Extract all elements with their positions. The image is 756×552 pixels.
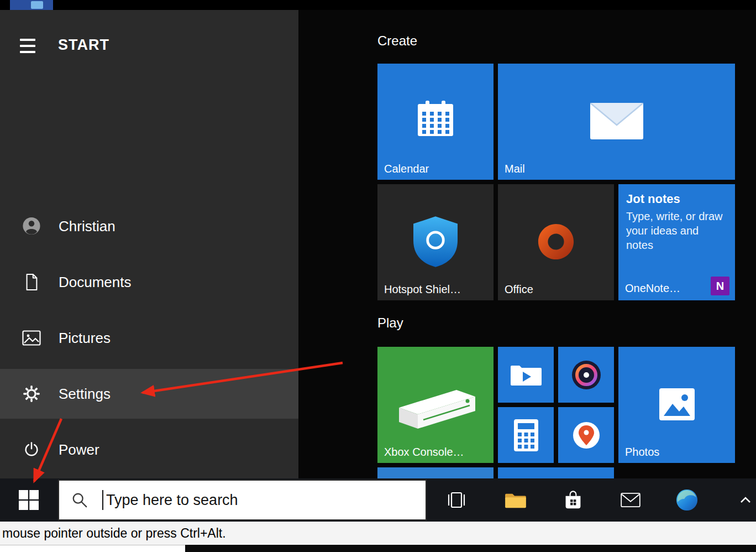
tile-label: OneNote…: [625, 282, 680, 295]
edge-button[interactable]: [671, 478, 702, 522]
sidebar-item-documents[interactable]: Documents: [0, 257, 298, 307]
music-disc-icon: [571, 360, 602, 390]
mail-taskbar-icon: [620, 492, 641, 508]
background-window-fragment: [0, 0, 756, 10]
taskbar-search-box[interactable]: [58, 480, 427, 520]
windows-logo-icon: [19, 490, 39, 510]
sidebar-item-label: Christian: [59, 218, 116, 235]
map-pin-icon: [572, 419, 601, 452]
sidebar-item-user[interactable]: Christian: [0, 201, 298, 251]
vm-status-bar: mouse pointer outside or press Ctrl+Alt.: [0, 522, 756, 545]
tile-hotspot-shield[interactable]: Hotspot Shiel…: [377, 184, 494, 300]
taskbar: [0, 478, 756, 522]
document-icon: [21, 273, 42, 291]
tile-movies-tv[interactable]: [498, 347, 554, 403]
tile-label: Office: [505, 283, 533, 296]
chevron-up-icon: [740, 497, 751, 503]
photos-icon: [659, 388, 695, 420]
group-heading-play: Play: [377, 315, 403, 331]
user-icon: [21, 216, 42, 236]
task-view-icon: [446, 490, 467, 510]
tile-label: Photos: [625, 446, 659, 459]
taskbar-chevron-button[interactable]: [735, 478, 756, 522]
tile-calculator[interactable]: [498, 407, 554, 463]
sidebar-item-label: Documents: [59, 274, 132, 291]
file-explorer-button[interactable]: [500, 478, 531, 522]
shield-icon: [413, 216, 458, 267]
sidebar-item-label: Pictures: [59, 330, 111, 347]
partial-tile[interactable]: [377, 467, 494, 478]
start-button[interactable]: [0, 478, 57, 522]
mail-button[interactable]: [615, 478, 646, 522]
background-strip-right: [185, 545, 756, 552]
mail-icon: [590, 103, 643, 139]
onenote-tile-title: Jot notes: [626, 192, 727, 206]
background-window-titlebar: [10, 0, 53, 10]
office-logo-icon: [537, 222, 575, 261]
gear-icon: [21, 385, 42, 403]
tile-groove-music[interactable]: [558, 347, 614, 403]
tile-onenote[interactable]: Jot notes Type, write, or draw your idea…: [618, 184, 735, 300]
tile-office[interactable]: Office: [498, 184, 614, 300]
onenote-tile-body: Type, write, or draw your ideas and note…: [626, 209, 726, 252]
sidebar-item-pictures[interactable]: Pictures: [0, 313, 298, 363]
tile-label: Calendar: [384, 163, 429, 175]
tile-calendar[interactable]: Calendar: [377, 64, 494, 180]
background-strip-left: [0, 545, 185, 552]
calendar-icon: [418, 101, 453, 142]
tile-maps[interactable]: [558, 407, 614, 463]
tile-label: Xbox Console…: [384, 446, 464, 459]
file-explorer-icon: [504, 491, 527, 509]
store-button[interactable]: [558, 478, 589, 522]
start-menu-title: START: [58, 37, 109, 54]
tile-label: Mail: [505, 163, 525, 175]
search-icon: [71, 492, 88, 508]
start-menu-rail: START Christian Documents: [0, 10, 298, 478]
tile-panel: Create Calendar: [298, 10, 756, 478]
power-icon: [21, 441, 42, 458]
movies-folder-icon: [511, 362, 542, 388]
sidebar-item-settings[interactable]: Settings: [0, 369, 298, 419]
sidebar-item-label: Settings: [59, 386, 111, 403]
picture-icon: [21, 330, 42, 346]
sidebar-item-power[interactable]: Power: [0, 425, 298, 475]
screen: START Christian Documents: [0, 0, 756, 552]
hamburger-menu-icon[interactable]: [20, 39, 39, 53]
store-icon: [564, 489, 582, 511]
vm-status-text: mouse pointer outside or press Ctrl+Alt.: [2, 526, 226, 541]
tile-mail[interactable]: Mail: [498, 64, 735, 180]
task-view-button[interactable]: [441, 478, 472, 522]
tile-xbox-console[interactable]: Xbox Console…: [377, 347, 494, 463]
onenote-badge: N: [711, 277, 729, 295]
group-heading-create: Create: [377, 33, 417, 49]
sidebar-item-label: Power: [59, 441, 99, 459]
calculator-icon: [514, 419, 538, 451]
partial-tile[interactable]: [498, 467, 614, 478]
background-window-icon: [31, 1, 43, 9]
xbox-console-icon: [391, 373, 480, 435]
search-input[interactable]: [106, 492, 426, 509]
edge-icon: [675, 488, 699, 512]
tile-label: Hotspot Shiel…: [384, 283, 461, 296]
tile-photos[interactable]: Photos: [618, 347, 735, 463]
text-caret: [102, 490, 103, 510]
